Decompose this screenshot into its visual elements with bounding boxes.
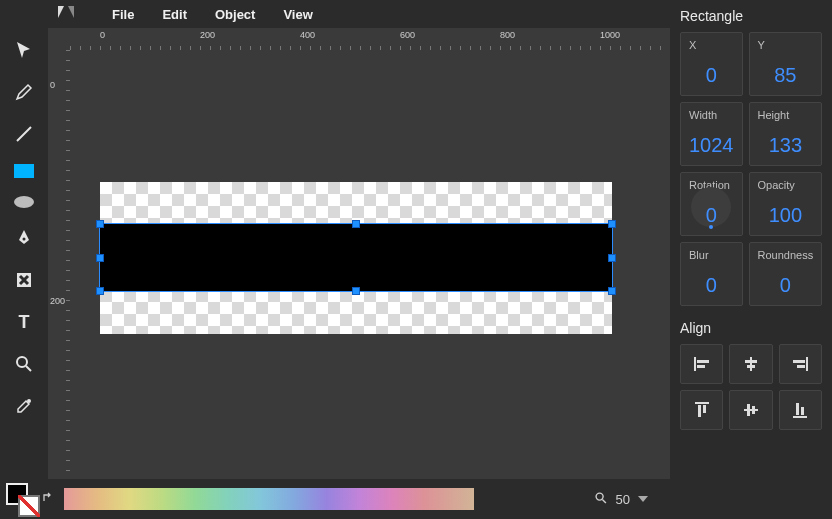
toolbar: T — [0, 28, 48, 479]
svg-rect-10 — [697, 360, 709, 363]
align-left-button[interactable] — [680, 344, 723, 384]
svg-marker-0 — [58, 6, 64, 18]
resize-handle-top-right[interactable] — [608, 220, 616, 228]
rotation-indicator-icon — [709, 225, 713, 229]
prop-y-label: Y — [758, 39, 814, 51]
svg-rect-16 — [793, 360, 805, 363]
svg-rect-20 — [703, 405, 706, 413]
resize-handle-top-middle[interactable] — [352, 220, 360, 228]
inspector-panel: Rectangle X 0 Y 85 Width 1024 Height 133… — [670, 0, 832, 519]
resize-handle-bottom-left[interactable] — [96, 287, 104, 295]
prop-opacity-value[interactable]: 100 — [758, 204, 814, 227]
prop-blur[interactable]: Blur 0 — [680, 242, 743, 306]
swap-colors-icon[interactable] — [42, 491, 56, 508]
svg-point-6 — [17, 357, 27, 367]
svg-rect-13 — [745, 360, 757, 363]
ruler-v-label: 0 — [50, 80, 55, 90]
ruler-h-label: 0 — [100, 30, 105, 40]
align-section-title: Align — [680, 320, 822, 336]
align-center-h-button[interactable] — [729, 344, 772, 384]
svg-point-8 — [27, 399, 31, 403]
line-tool[interactable] — [12, 122, 36, 146]
prop-roundness-value[interactable]: 0 — [758, 274, 814, 297]
bottom-bar: 50 — [0, 479, 670, 519]
prop-y[interactable]: Y 85 — [749, 32, 823, 96]
svg-rect-22 — [747, 404, 750, 416]
resize-handle-middle-right[interactable] — [608, 254, 616, 262]
svg-rect-23 — [752, 406, 755, 414]
svg-line-7 — [26, 366, 31, 371]
prop-width-value[interactable]: 1024 — [689, 134, 734, 157]
svg-rect-14 — [747, 365, 755, 368]
prop-width-label: Width — [689, 109, 734, 121]
prop-y-value[interactable]: 85 — [758, 64, 814, 87]
ruler-v-label: 200 — [50, 296, 65, 306]
svg-line-28 — [602, 499, 606, 503]
zoom-icon — [594, 491, 608, 508]
pencil-tool[interactable] — [12, 80, 36, 104]
svg-marker-1 — [68, 6, 74, 18]
svg-line-2 — [17, 127, 31, 141]
prop-height-value[interactable]: 133 — [758, 134, 814, 157]
canvas-stage: 0 200 400 600 800 1000 0 200 — [48, 28, 670, 479]
eyedropper-tool[interactable] — [12, 394, 36, 418]
color-swatches[interactable] — [6, 483, 38, 515]
prop-rotation-value[interactable]: 0 — [689, 204, 734, 227]
ruler-vertical: 0 200 — [48, 50, 70, 479]
align-top-button[interactable] — [680, 390, 723, 430]
align-right-button[interactable] — [779, 344, 822, 384]
menu-edit[interactable]: Edit — [162, 7, 187, 22]
svg-rect-17 — [797, 365, 805, 368]
svg-text:T: T — [19, 312, 30, 332]
app-logo-icon — [58, 6, 74, 23]
prop-blur-value[interactable]: 0 — [689, 274, 734, 297]
selected-rectangle[interactable] — [100, 224, 612, 291]
ellipse-tool[interactable] — [14, 196, 34, 208]
ruler-h-label: 800 — [500, 30, 515, 40]
rectangle-tool[interactable] — [14, 164, 34, 178]
prop-roundness[interactable]: Roundness 0 — [749, 242, 823, 306]
zoom-dropdown-icon[interactable] — [638, 496, 648, 502]
background-swatch-none[interactable] — [18, 495, 40, 517]
resize-handle-top-left[interactable] — [96, 220, 104, 228]
inspector-title: Rectangle — [680, 8, 822, 24]
svg-rect-11 — [697, 365, 705, 368]
text-tool[interactable]: T — [12, 310, 36, 334]
ruler-corner — [48, 28, 70, 50]
svg-rect-25 — [796, 403, 799, 415]
menu-view[interactable]: View — [283, 7, 312, 22]
align-center-v-button[interactable] — [729, 390, 772, 430]
ruler-h-label: 1000 — [600, 30, 620, 40]
prop-opacity[interactable]: Opacity 100 — [749, 172, 823, 236]
prop-x-label: X — [689, 39, 734, 51]
prop-x-value[interactable]: 0 — [689, 64, 734, 87]
svg-point-27 — [596, 493, 603, 500]
ruler-horizontal: 0 200 400 600 800 1000 — [70, 28, 670, 50]
color-palette[interactable] — [64, 488, 474, 510]
menu-file[interactable]: File — [112, 7, 134, 22]
menu-object[interactable]: Object — [215, 7, 255, 22]
svg-rect-26 — [801, 407, 804, 415]
crop-tool[interactable] — [12, 268, 36, 292]
resize-handle-bottom-middle[interactable] — [352, 287, 360, 295]
ruler-h-label: 600 — [400, 30, 415, 40]
zoom-value[interactable]: 50 — [616, 492, 630, 507]
menu-bar: File Edit Object View — [0, 0, 670, 28]
align-bottom-button[interactable] — [779, 390, 822, 430]
ruler-h-label: 400 — [300, 30, 315, 40]
canvas[interactable] — [70, 50, 670, 479]
move-tool[interactable] — [12, 38, 36, 62]
svg-rect-19 — [698, 405, 701, 417]
resize-handle-bottom-right[interactable] — [608, 287, 616, 295]
prop-rotation[interactable]: Rotation 0 — [680, 172, 743, 236]
prop-height[interactable]: Height 133 — [749, 102, 823, 166]
prop-x[interactable]: X 0 — [680, 32, 743, 96]
prop-width[interactable]: Width 1024 — [680, 102, 743, 166]
zoom-tool[interactable] — [12, 352, 36, 376]
pen-tool[interactable] — [12, 226, 36, 250]
prop-rotation-label: Rotation — [689, 179, 734, 191]
zoom-control[interactable]: 50 — [594, 491, 648, 508]
resize-handle-middle-left[interactable] — [96, 254, 104, 262]
prop-height-label: Height — [758, 109, 814, 121]
ruler-h-label: 200 — [200, 30, 215, 40]
